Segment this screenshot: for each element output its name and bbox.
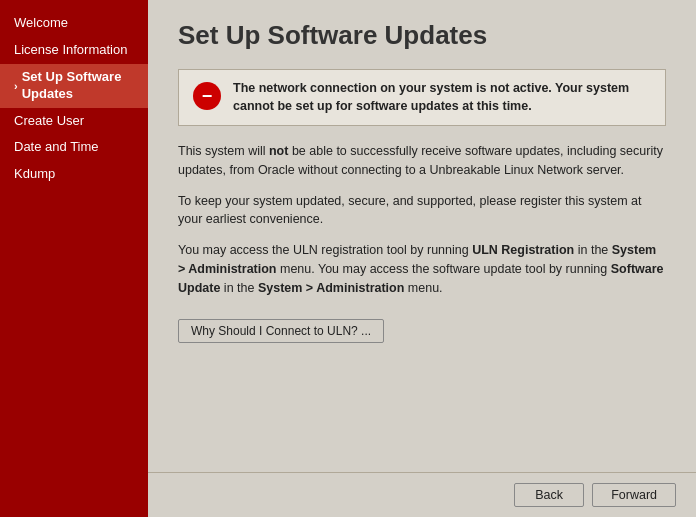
- back-button[interactable]: Back: [514, 483, 584, 507]
- sidebar-item-welcome[interactable]: Welcome: [0, 10, 148, 37]
- sidebar-item-label: Welcome: [14, 15, 68, 32]
- sidebar-item-set-up-software-updates[interactable]: › Set Up Software Updates: [0, 64, 148, 108]
- sidebar-item-label: Create User: [14, 113, 84, 130]
- sidebar-item-date-and-time[interactable]: Date and Time: [0, 134, 148, 161]
- sidebar-item-license-information[interactable]: License Information: [0, 37, 148, 64]
- main-content: Set Up Software Updates − The network co…: [148, 0, 696, 517]
- sidebar-item-kdump[interactable]: Kdump: [0, 161, 148, 188]
- sidebar: Welcome License Information › Set Up Sof…: [0, 0, 148, 517]
- sidebar-item-label: Kdump: [14, 166, 55, 183]
- footer: Back Forward: [148, 472, 696, 517]
- arrow-icon: ›: [14, 79, 18, 93]
- uln-connect-button[interactable]: Why Should I Connect to ULN? ...: [178, 319, 384, 343]
- page-title: Set Up Software Updates: [178, 20, 666, 51]
- warning-text: The network connection on your system is…: [233, 80, 651, 115]
- paragraph-1: This system will not be able to successf…: [178, 142, 666, 180]
- sidebar-item-label: License Information: [14, 42, 127, 59]
- warning-box: − The network connection on your system …: [178, 69, 666, 126]
- paragraph-2: To keep your system updated, secure, and…: [178, 192, 666, 230]
- sidebar-item-label: Date and Time: [14, 139, 99, 156]
- forward-button[interactable]: Forward: [592, 483, 676, 507]
- sidebar-item-create-user[interactable]: Create User: [0, 108, 148, 135]
- error-icon: −: [193, 82, 221, 110]
- paragraph-3: You may access the ULN registration tool…: [178, 241, 666, 297]
- sidebar-item-label: Set Up Software Updates: [22, 69, 134, 103]
- content-area: Set Up Software Updates − The network co…: [148, 0, 696, 472]
